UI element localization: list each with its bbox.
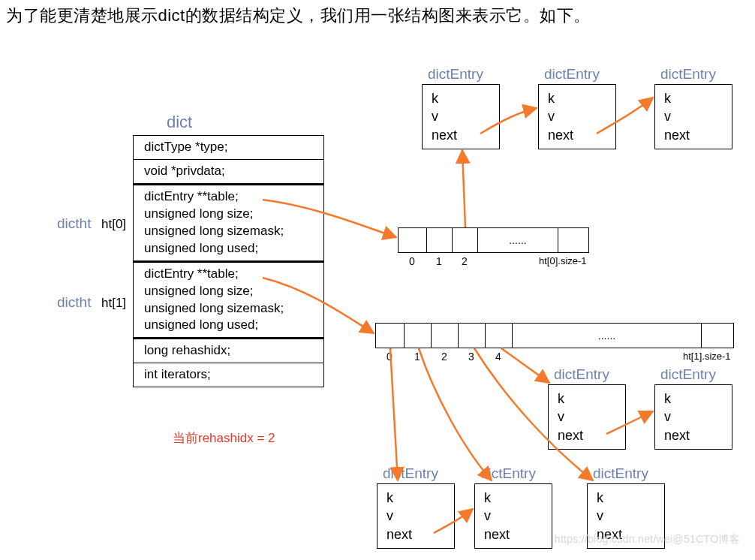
ht1-used: unsigned long used; — [144, 318, 258, 332]
ht0-table: dictEntry **table; — [144, 189, 239, 203]
ht0-idx1: 1 — [436, 255, 442, 267]
row-ht0: dictEntry **table; unsigned long size; u… — [134, 183, 323, 260]
ht0-array: ...... — [398, 227, 589, 253]
entry-c-next: next — [664, 128, 690, 143]
entry-title-h: dictEntry — [593, 465, 648, 482]
ht1-idx3: 3 — [468, 351, 474, 363]
entry-b: k v next — [538, 84, 616, 149]
entry-g: k v next — [474, 483, 552, 549]
entry-g-v: v — [484, 508, 491, 523]
rehash-note: 当前rehashidx = 2 — [173, 429, 275, 447]
row-iterators: int iterators; — [134, 363, 323, 387]
ht1-size: unsigned long size; — [144, 284, 254, 298]
ht1-idx1: 1 — [414, 351, 420, 363]
entry-b-k: k — [548, 91, 555, 106]
row-ht1: dictEntry **table; unsigned long size; u… — [134, 260, 323, 338]
row-dictType: dictType *type; — [134, 136, 323, 159]
entry-e-next: next — [664, 428, 690, 443]
ht1-size-label: ht[1].size-1 — [683, 351, 731, 362]
entry-d: k v next — [548, 384, 626, 450]
entry-h-v: v — [597, 508, 603, 523]
entry-a-v: v — [432, 109, 438, 124]
ht0-used: unsigned long used; — [144, 241, 258, 255]
entry-title-g: dictEntry — [480, 465, 536, 482]
entry-title-e: dictEntry — [660, 366, 716, 383]
row-privdata: void *privdata; — [134, 159, 323, 183]
entry-a-k: k — [432, 91, 438, 106]
entry-h-k: k — [597, 490, 603, 505]
ht1-index-label: ht[1] — [101, 296, 126, 311]
ht1-sizemask: unsigned long sizemask; — [144, 301, 284, 315]
entry-b-next: next — [548, 128, 573, 143]
dictht-label-1: dictht — [57, 294, 91, 311]
entry-e-v: v — [664, 409, 671, 424]
entry-a: k v next — [422, 84, 500, 149]
entry-title-c: dictEntry — [660, 66, 716, 83]
ht1-dots: ...... — [513, 324, 702, 348]
ht1-idx0: 0 — [387, 351, 393, 363]
ht1-idx2: 2 — [441, 351, 447, 363]
entry-f-k: k — [387, 490, 393, 505]
entry-f-next: next — [387, 527, 412, 542]
entry-f-v: v — [387, 508, 393, 523]
entry-c: k v next — [654, 84, 732, 149]
entry-d-next: next — [558, 428, 583, 443]
ht1-table: dictEntry **table; — [144, 266, 239, 281]
intro-text: 为了能更清楚地展示dict的数据结构定义，我们用一张结构图来表示它。如下。 — [6, 5, 591, 27]
entry-a-next: next — [432, 128, 457, 143]
ht0-idx2: 2 — [462, 255, 468, 267]
entry-title-f: dictEntry — [383, 465, 438, 482]
ht0-size: unsigned long size; — [144, 206, 254, 221]
ht0-idx0: 0 — [409, 255, 415, 267]
entry-d-k: k — [558, 391, 564, 406]
entry-title-b: dictEntry — [544, 66, 600, 83]
entry-c-v: v — [664, 109, 671, 124]
ht0-sizemask: unsigned long sizemask; — [144, 224, 284, 238]
entry-e: k v next — [654, 384, 732, 450]
entry-c-k: k — [664, 91, 671, 106]
entry-g-next: next — [484, 527, 510, 542]
watermark: https://blog.csdn.net/wei@51CTO博客 — [555, 533, 740, 546]
entry-f: k v next — [377, 483, 455, 549]
entry-b-v: v — [548, 109, 555, 124]
dict-struct: dictType *type; void *privdata; dictEntr… — [133, 135, 324, 387]
entry-d-v: v — [558, 409, 564, 424]
ht0-index-label: ht[0] — [101, 217, 126, 232]
ht0-size-label: ht[0].size-1 — [539, 255, 587, 266]
dictht-label-0: dictht — [57, 215, 91, 232]
ht1-idx4: 4 — [495, 351, 501, 363]
row-rehashidx: long rehashidx; — [134, 337, 323, 363]
dict-title: dict — [167, 113, 192, 132]
entry-e-k: k — [664, 391, 671, 406]
ht1-array: ...... — [375, 323, 734, 348]
entry-title-a: dictEntry — [428, 66, 483, 83]
entry-title-d: dictEntry — [554, 366, 609, 383]
ht0-dots: ...... — [478, 228, 558, 252]
entry-g-k: k — [484, 490, 491, 505]
